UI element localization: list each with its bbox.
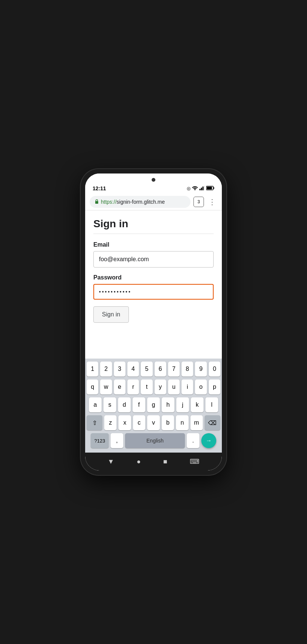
email-label: Email [93,241,214,248]
delete-key[interactable]: ⌫ [205,415,220,430]
key-w[interactable]: w [100,379,112,394]
key-e[interactable]: e [114,379,125,394]
url-https: https:// [101,199,117,205]
key-k[interactable]: k [191,397,204,412]
wifi-icon [192,186,198,191]
back-button[interactable]: ▼ [108,458,114,466]
key-4[interactable]: 4 [127,362,139,376]
email-input[interactable] [93,251,214,268]
keyboard-row-numbers: 1 2 3 4 5 6 7 8 9 0 [87,362,220,376]
page-content: Sign in Email Password Sign in [85,210,222,359]
keyboard: 1 2 3 4 5 6 7 8 9 0 q w e r t y u i [85,359,222,453]
key-a[interactable]: a [89,397,102,412]
key-9[interactable]: 9 [195,362,207,376]
key-f[interactable]: f [133,397,145,412]
key-c[interactable]: c [133,415,145,430]
lock-icon [95,199,99,205]
key-g[interactable]: g [147,397,160,412]
keyboard-toggle-button[interactable]: ⌨ [190,457,199,466]
comma-key[interactable]: , [111,433,123,448]
key-2[interactable]: 2 [100,362,112,376]
top-notch [85,173,222,182]
status-icons: ◎ [187,186,214,191]
key-p[interactable]: p [209,379,220,394]
key-n[interactable]: n [176,415,188,430]
shift-key[interactable]: ⇧ [87,415,102,430]
key-l[interactable]: l [205,397,218,412]
key-s[interactable]: s [103,397,116,412]
browser-bar: https://signin-form.glitch.me 3 ⋮ [85,194,222,210]
bottom-nav: ▼ ● ■ ⌨ [85,453,222,471]
key-z[interactable]: z [104,415,117,430]
key-j[interactable]: j [176,397,189,412]
svg-point-0 [195,189,195,190]
signal-icon [199,186,205,191]
space-key[interactable]: English [125,433,185,448]
url-bar[interactable]: https://signin-form.glitch.me [90,196,190,208]
phone-frame: 12:11 ◎ [81,169,226,475]
key-b[interactable]: b [162,415,174,430]
status-time: 12:11 [93,185,106,191]
key-y[interactable]: y [155,379,166,394]
period-key[interactable]: . [187,433,199,448]
notification-icon: ◎ [187,186,190,191]
svg-rect-1 [199,189,201,190]
page-title: Sign in [93,218,214,230]
key-u[interactable]: u [168,379,180,394]
key-3[interactable]: 3 [114,362,125,376]
key-5[interactable]: 5 [141,362,152,376]
svg-rect-7 [207,187,212,189]
key-q[interactable]: q [87,379,98,394]
keyboard-row-bottom: ?123 , English . → [87,433,220,448]
password-label: Password [93,274,214,281]
title-divider [93,234,214,234]
go-key[interactable]: → [201,433,216,448]
svg-rect-2 [201,188,202,190]
url-text: https://signin-form.glitch.me [101,199,165,205]
key-1[interactable]: 1 [87,362,98,376]
svg-rect-4 [204,186,205,190]
key-v[interactable]: v [147,415,159,430]
phone-screen: 12:11 ◎ [85,173,222,471]
key-h[interactable]: h [162,397,174,412]
key-0[interactable]: 0 [209,362,220,376]
tab-count[interactable]: 3 [193,197,204,207]
key-7[interactable]: 7 [168,362,180,376]
password-input[interactable] [93,284,214,300]
key-o[interactable]: o [195,379,207,394]
key-r[interactable]: r [127,379,139,394]
url-host: signin-form.glitch.me [117,199,165,205]
key-6[interactable]: 6 [155,362,166,376]
home-button[interactable]: ● [137,458,141,466]
key-x[interactable]: x [118,415,131,430]
keyboard-row-asdf: a s d f g h j k l [87,397,220,412]
svg-rect-3 [202,187,204,190]
signin-button[interactable]: Sign in [93,306,129,323]
battery-icon [206,186,214,191]
menu-button[interactable]: ⋮ [207,197,217,206]
key-d[interactable]: d [118,397,131,412]
key-8[interactable]: 8 [182,362,193,376]
key-t[interactable]: t [141,379,152,394]
recents-button[interactable]: ■ [163,458,167,466]
key-m[interactable]: m [190,415,203,430]
svg-rect-8 [95,201,98,204]
camera-dot [152,178,155,182]
status-bar: 12:11 ◎ [85,182,222,194]
key-i[interactable]: i [182,379,193,394]
keyboard-row-qwerty: q w e r t y u i o p [87,379,220,394]
sym-key[interactable]: ?123 [91,433,109,448]
svg-rect-6 [214,187,214,189]
keyboard-row-zxcv: ⇧ z x c v b n m ⌫ [87,415,220,430]
